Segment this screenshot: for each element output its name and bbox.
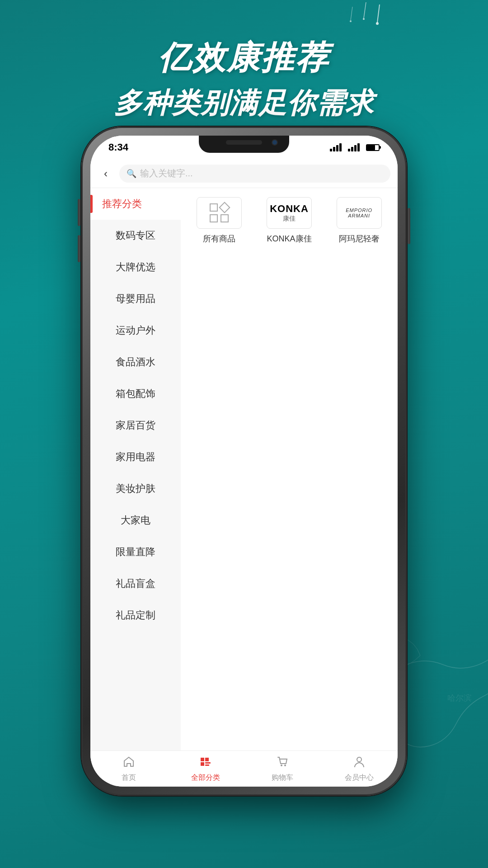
- search-bar[interactable]: ‹ 🔍 输入关键字...: [90, 159, 398, 188]
- sidebar-item-babyproducts[interactable]: 母婴用品: [90, 283, 181, 315]
- konka-logo-main: KONKA: [270, 203, 309, 215]
- brand-name-armani: 阿玛尼轻奢: [339, 233, 380, 244]
- search-icon: 🔍: [127, 169, 136, 179]
- phone-screen: 8:34: [90, 136, 398, 787]
- tab-cart-label: 购物车: [272, 773, 293, 783]
- active-indicator: [90, 195, 93, 213]
- tab-categories-label: 全部分类: [191, 773, 220, 783]
- tab-member[interactable]: 会员中心: [321, 751, 398, 787]
- svg-point-1: [376, 22, 379, 25]
- svg-line-4: [351, 7, 352, 20]
- brand-item-konka[interactable]: KONKA 康佳 KONKA康佳: [258, 197, 321, 244]
- sidebar-item-digital[interactable]: 数码专区: [90, 220, 181, 251]
- konka-logo-sub: 康佳: [270, 215, 309, 223]
- sidebar-item-majora[interactable]: 大家电: [90, 505, 181, 536]
- svg-rect-13: [205, 758, 209, 761]
- brand-item-armani[interactable]: EMPORIOARMANI 阿玛尼轻奢: [328, 197, 390, 244]
- tab-cart[interactable]: 购物车: [244, 751, 321, 787]
- svg-rect-11: [220, 203, 230, 213]
- sidebar-item-food[interactable]: 食品酒水: [90, 346, 181, 378]
- member-icon: [353, 755, 366, 771]
- speaker: [226, 140, 262, 145]
- sidebar-item-brands[interactable]: 大牌优选: [90, 251, 181, 283]
- battery-fill: [367, 145, 375, 150]
- front-camera: [272, 139, 278, 146]
- svg-point-18: [284, 764, 286, 766]
- svg-point-5: [350, 20, 352, 22]
- tab-home-label: 首页: [122, 773, 136, 783]
- left-sidebar: 推荐分类 数码专区 大牌优选 母婴用品 运动户外 食品酒水 箱包配饰 家居百货 …: [90, 188, 181, 750]
- brand-name-konka: KONKA康佳: [267, 233, 311, 244]
- all-products-icon: [208, 202, 230, 224]
- volume-down-button: [78, 235, 80, 262]
- brand-name-all: 所有商品: [203, 233, 235, 244]
- right-content: 所有商品 KONKA 康佳 KONKA康佳: [181, 188, 398, 750]
- svg-rect-16: [205, 764, 209, 766]
- svg-point-19: [357, 757, 361, 762]
- header-line2: 多种类别满足你需求: [0, 84, 488, 122]
- tab-home[interactable]: 首页: [90, 751, 167, 787]
- svg-line-2: [364, 2, 366, 18]
- svg-point-3: [363, 18, 365, 20]
- header-line1: 亿效康推荐: [0, 36, 488, 80]
- back-button[interactable]: ‹: [98, 165, 114, 182]
- svg-line-0: [377, 5, 380, 23]
- armani-logo-text: EMPORIOARMANI: [346, 208, 372, 218]
- cart-icon: [276, 755, 289, 771]
- sidebar-active-label: 推荐分类: [102, 197, 142, 211]
- svg-rect-9: [210, 215, 217, 222]
- sidebar-item-home[interactable]: 家居百货: [90, 410, 181, 441]
- phone-notch: [199, 136, 289, 153]
- content-area: 推荐分类 数码专区 大牌优选 母婴用品 运动户外 食品酒水 箱包配饰 家居百货 …: [90, 188, 398, 750]
- sidebar-item-appliances[interactable]: 家用电器: [90, 441, 181, 473]
- svg-rect-15: [205, 762, 211, 764]
- search-placeholder: 输入关键字...: [140, 167, 193, 179]
- status-time: 8:34: [108, 142, 128, 153]
- sidebar-item-giftcustom[interactable]: 礼品定制: [90, 599, 181, 631]
- svg-rect-10: [221, 215, 228, 222]
- volume-up-button: [78, 199, 80, 226]
- brand-logo-konka: KONKA 康佳: [267, 197, 312, 229]
- brand-row: 所有商品 KONKA 康佳 KONKA康佳: [188, 197, 390, 244]
- tab-categories[interactable]: 全部分类: [167, 751, 244, 787]
- signal-icon: [330, 143, 342, 151]
- svg-rect-12: [201, 758, 204, 761]
- sidebar-item-active[interactable]: 推荐分类: [90, 188, 181, 220]
- sidebar-item-bags[interactable]: 箱包配饰: [90, 378, 181, 410]
- svg-rect-14: [201, 762, 204, 766]
- header-section: 亿效康推荐 多种类别满足你需求: [0, 36, 488, 122]
- brand-logo-all: [197, 197, 242, 229]
- sidebar-item-limited[interactable]: 限量直降: [90, 536, 181, 568]
- categories-icon: [199, 755, 212, 771]
- status-icons: [330, 143, 380, 151]
- tab-bar: 首页 全部分类: [90, 750, 398, 787]
- home-icon: [122, 755, 135, 771]
- brand-item-all[interactable]: 所有商品: [188, 197, 251, 244]
- battery-icon: [366, 144, 380, 151]
- power-button: [408, 208, 410, 244]
- brand-logo-armani: EMPORIOARMANI: [337, 197, 382, 229]
- svg-point-17: [281, 764, 282, 766]
- sidebar-item-beauty[interactable]: 美妆护肤: [90, 473, 181, 505]
- tab-member-label: 会员中心: [345, 773, 374, 783]
- phone-mockup: 8:34: [81, 127, 407, 796]
- wifi-signal-icon: [348, 143, 360, 151]
- svg-rect-8: [210, 204, 217, 211]
- svg-text:哈尔滨: 哈尔滨: [447, 693, 472, 703]
- sidebar-item-giftbox[interactable]: 礼品盲盒: [90, 568, 181, 599]
- search-input-box[interactable]: 🔍 输入关键字...: [119, 165, 390, 183]
- sidebar-item-sports[interactable]: 运动户外: [90, 315, 181, 346]
